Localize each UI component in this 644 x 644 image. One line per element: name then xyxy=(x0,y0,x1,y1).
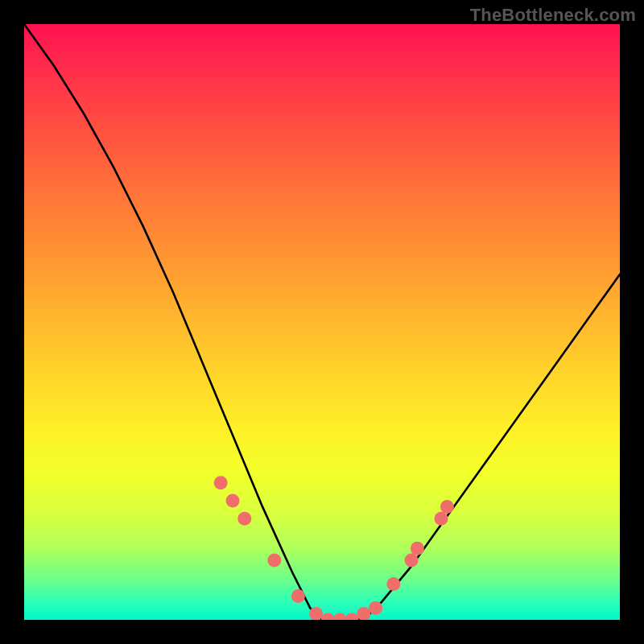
highlight-dot xyxy=(333,613,347,621)
highlight-dot xyxy=(369,601,382,615)
chart-frame: TheBottleneck.com xyxy=(0,0,644,644)
highlight-dot xyxy=(291,589,305,603)
curve-layer xyxy=(24,24,620,620)
highlight-dot xyxy=(440,500,454,514)
highlight-dot xyxy=(386,577,400,591)
plot-area xyxy=(24,24,620,620)
watermark-text: TheBottleneck.com xyxy=(470,5,636,26)
highlight-dot xyxy=(357,607,370,620)
bottleneck-curve xyxy=(24,24,620,620)
highlight-dot xyxy=(226,494,240,508)
highlight-dot xyxy=(237,512,251,526)
highlight-dots xyxy=(214,476,454,620)
highlight-dot xyxy=(321,613,335,621)
highlight-dot xyxy=(214,476,228,489)
highlight-dot xyxy=(267,554,281,568)
highlight-dot xyxy=(435,512,448,526)
highlight-dot xyxy=(405,554,419,568)
highlight-dot xyxy=(309,607,323,620)
highlight-dot xyxy=(345,613,359,621)
highlight-dot xyxy=(411,542,424,555)
